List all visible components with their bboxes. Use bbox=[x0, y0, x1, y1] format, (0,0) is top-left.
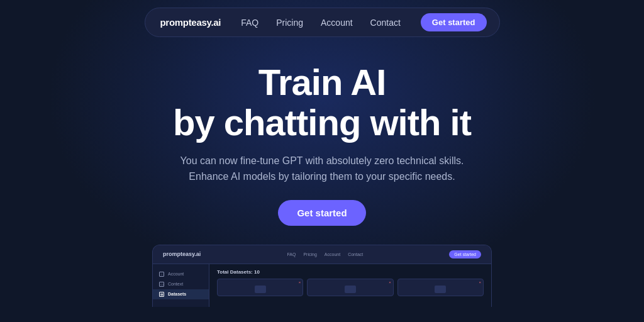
preview-wrapper: prompteasy.ai FAQ Pricing Account Contac… bbox=[0, 226, 644, 307]
preview-body: ○ Account ▭ Context ⊞ Datasets Total Dat… bbox=[153, 264, 491, 307]
grid-icon: ⊞ bbox=[159, 292, 164, 297]
page-wrapper: prompteasy.ai FAQ Pricing Account Contac… bbox=[0, 0, 644, 307]
card-close-3[interactable]: × bbox=[479, 280, 481, 284]
preview-logo: prompteasy.ai bbox=[163, 251, 201, 257]
card-close-2[interactable]: × bbox=[389, 280, 391, 284]
preview-cards: × × × bbox=[217, 279, 484, 296]
hero-subtitle-line1: You can now fine-tune GPT with absolutel… bbox=[180, 155, 464, 166]
content-header: Total Datasets: 10 bbox=[217, 269, 484, 275]
preview-content: Total Datasets: 10 × × × bbox=[209, 264, 491, 307]
hero-subtitle: You can now fine-tune GPT with absolutel… bbox=[0, 153, 644, 185]
card-icon-2 bbox=[345, 286, 356, 293]
nav-account[interactable]: Account bbox=[321, 18, 353, 28]
brand-logo: prompteasy.ai bbox=[160, 17, 221, 28]
preview-link-account: Account bbox=[325, 252, 340, 257]
nav-links: FAQ Pricing Account Contact bbox=[241, 18, 401, 28]
preview-window: prompteasy.ai FAQ Pricing Account Contac… bbox=[152, 245, 492, 307]
preview-nav-links: FAQ Pricing Account Contact bbox=[287, 252, 363, 257]
card-close-1[interactable]: × bbox=[299, 280, 301, 284]
nav-pricing[interactable]: Pricing bbox=[276, 18, 303, 28]
preview-card-1: × bbox=[217, 279, 303, 296]
sidebar-item-account-label: Account bbox=[168, 272, 184, 276]
sidebar-item-datasets-label: Datasets bbox=[168, 292, 186, 296]
navbar-cta-button[interactable]: Get started bbox=[421, 13, 487, 31]
preview-link-faq: FAQ bbox=[287, 252, 296, 257]
navbar-wrapper: prompteasy.ai FAQ Pricing Account Contac… bbox=[0, 0, 644, 37]
sidebar-item-datasets[interactable]: ⊞ Datasets bbox=[153, 289, 209, 299]
person-icon: ○ bbox=[159, 272, 164, 277]
hero-title-line1: Train AI bbox=[258, 62, 386, 103]
preview-cta-button[interactable]: Get started bbox=[449, 250, 481, 258]
sidebar-item-account[interactable]: ○ Account bbox=[153, 269, 209, 279]
nav-contact[interactable]: Contact bbox=[370, 18, 401, 28]
preview-card-2: × bbox=[307, 279, 393, 296]
hero-subtitle-line2: Enhance AI models by tailoring them to y… bbox=[189, 171, 455, 182]
preview-sidebar: ○ Account ▭ Context ⊞ Datasets bbox=[153, 264, 209, 307]
hero-title: Train AI by chatting with it bbox=[0, 62, 644, 143]
file-icon: ▭ bbox=[159, 282, 164, 287]
sidebar-item-context-label: Context bbox=[168, 282, 183, 286]
navbar: prompteasy.ai FAQ Pricing Account Contac… bbox=[145, 8, 500, 37]
card-icon-3 bbox=[435, 286, 446, 293]
card-icon-1 bbox=[255, 286, 266, 293]
sidebar-item-context[interactable]: ▭ Context bbox=[153, 279, 209, 289]
preview-link-pricing: Pricing bbox=[303, 252, 316, 257]
preview-card-3: × bbox=[397, 279, 484, 296]
nav-faq[interactable]: FAQ bbox=[241, 18, 258, 28]
preview-link-contact: Contact bbox=[348, 252, 363, 257]
hero-cta-button[interactable]: Get started bbox=[278, 200, 365, 226]
preview-navbar: prompteasy.ai FAQ Pricing Account Contac… bbox=[153, 245, 491, 264]
hero-title-line2: by chatting with it bbox=[173, 102, 471, 143]
hero-section: Train AI by chatting with it You can now… bbox=[0, 37, 644, 226]
